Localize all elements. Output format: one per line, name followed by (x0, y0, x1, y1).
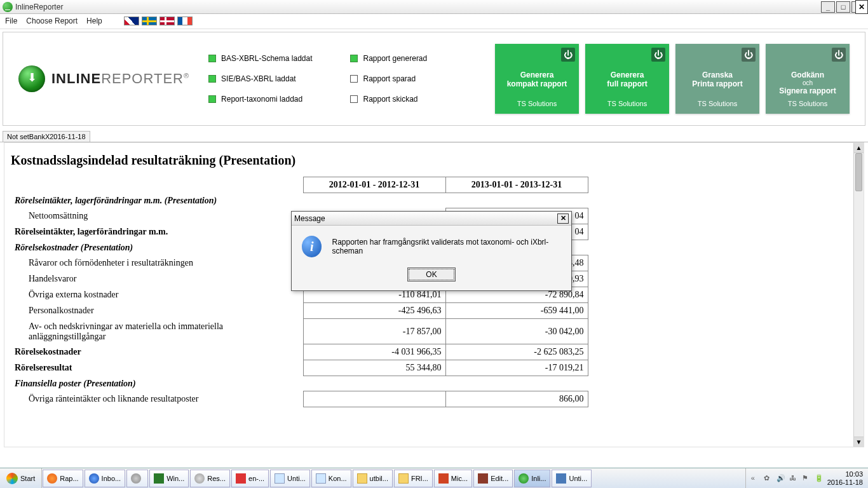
taskbar-item[interactable]: Kon... (311, 470, 351, 487)
scroll-up-icon[interactable]: ▲ (854, 143, 864, 153)
scroll-thumb[interactable] (855, 153, 862, 191)
status-label: Rapport skickad (363, 95, 417, 104)
table-row-label: Personalkostnader (11, 303, 303, 319)
taskbar-item[interactable]: utbil... (353, 470, 393, 487)
power-icon: ⏻ (651, 48, 665, 62)
tray-chevron-icon[interactable]: « (751, 474, 760, 483)
review-print-report-button[interactable]: ⏻ Granska Printa rapport TS Solutions (675, 44, 759, 114)
menu-file[interactable]: File (5, 17, 17, 25)
taskbar-item[interactable]: Mic... (434, 470, 472, 487)
taskbar-item[interactable]: FRI... (394, 470, 433, 487)
dialog-close-button[interactable]: ✕ (557, 214, 569, 224)
power-icon: ⏻ (742, 48, 756, 62)
dialog-title: Message (294, 214, 325, 223)
table-cell: -2 625 083,25 (445, 344, 588, 360)
scroll-down-icon[interactable]: ▼ (854, 437, 864, 447)
flag-se-icon[interactable] (142, 17, 157, 25)
message-dialog: Message ✕ i Rapporten har framgångsrikt … (291, 211, 572, 291)
app-icon (3, 2, 13, 12)
header-panel: INLINEREPORTER® BAS-XBRL-Schema laddat R… (3, 32, 865, 126)
taskbar-item[interactable]: Inbo... (85, 470, 126, 487)
status-label: SIE/BAS-XBRL laddat (221, 74, 296, 83)
taskbar-item[interactable]: Unti... (552, 470, 592, 487)
info-icon: i (302, 236, 322, 257)
taskbar-item[interactable]: Rap... (43, 470, 83, 487)
table-row-label: Handelsvaror (11, 271, 303, 287)
app-logo: INLINEREPORTER® (18, 65, 189, 92)
document-tab[interactable]: Not setBankX2016-11-18 (3, 131, 90, 142)
generate-compact-report-button[interactable]: ⏻ Generera kompakt rapport TS Solutions (495, 44, 579, 114)
table-row-label: Råvaror och förnödenheter i resultaträkn… (11, 255, 303, 271)
generate-full-report-button[interactable]: ⏻ Generera full rapport TS Solutions (585, 44, 669, 114)
table-row-label: Av- och nedskrivningar av materiella och… (11, 319, 303, 344)
powerpoint-icon (438, 473, 449, 484)
status-label: Rapport genererad (363, 54, 427, 63)
taskbar-item[interactable]: en-... (231, 470, 269, 487)
tray-network-icon[interactable]: 🖧 (789, 474, 798, 483)
tray-icon[interactable]: ⚑ (802, 474, 811, 483)
status-label: Report-taxonomi laddad (221, 95, 302, 104)
editor-icon (478, 473, 488, 484)
tray-battery-icon[interactable]: 🔋 (815, 474, 824, 483)
outer-close-button[interactable]: ✕ (855, 0, 868, 14)
taskbar-item[interactable]: Unti... (270, 470, 310, 487)
table-row-label: Nettoomsättning (11, 208, 303, 224)
status-label: BAS-XBRL-Schema laddat (221, 54, 312, 63)
table-row-label: Rörelseresultat (11, 360, 303, 376)
menu-choose-report[interactable]: Choose Report (26, 17, 78, 25)
report-content-area: Kostnadsslagsindelad resultaträkning (Pr… (4, 142, 864, 447)
logo-reg: ® (184, 72, 189, 79)
start-button[interactable]: Start (0, 468, 42, 488)
tray-icon[interactable]: ✿ (764, 474, 773, 483)
logo-text-bold: INLINE (51, 71, 101, 86)
period-header: 2012-01-01 - 2012-12-31 (303, 177, 445, 193)
status-check-icon (208, 75, 216, 83)
app-icon (556, 473, 566, 484)
table-row-label: Övriga ränteintäkter och liknande result… (11, 391, 303, 407)
report-title: Kostnadsslagsindelad resultaträkning (Pr… (11, 153, 861, 168)
firefox-icon (47, 473, 57, 484)
taskbar-item[interactable] (126, 470, 148, 487)
flag-no-icon[interactable] (159, 17, 175, 25)
table-cell: -30 042,00 (445, 319, 588, 344)
maximize-button[interactable]: □ (836, 1, 850, 13)
vertical-scrollbar[interactable]: ▲ ▼ (853, 143, 864, 447)
menu-help[interactable]: Help (86, 17, 102, 25)
thunderbird-icon (89, 473, 99, 484)
notepad-icon (316, 473, 326, 484)
table-row-label: Övriga externa kostnader (11, 287, 303, 303)
table-cell: -425 496,63 (303, 303, 445, 319)
window-titlebar: InlineReporter _ □ ✕ (0, 0, 868, 14)
status-grid: BAS-XBRL-Schema laddat Rapport genererad… (208, 54, 427, 104)
minimize-button[interactable]: _ (821, 1, 835, 13)
taskbar-item-active[interactable]: Inli... (514, 470, 550, 487)
status-check-icon (350, 95, 358, 103)
status-label: Rapport sparad (363, 74, 416, 83)
flag-fr-icon[interactable] (177, 17, 193, 25)
window-title: InlineReporter (15, 3, 821, 11)
notepad-icon (275, 473, 285, 484)
power-icon: ⏻ (561, 48, 575, 62)
taskbar-item[interactable]: Win... (149, 470, 189, 487)
app-icon (154, 473, 164, 484)
table-row-label: Rörelsekostnader (11, 344, 303, 360)
folder-icon (357, 473, 367, 484)
app-icon (131, 473, 141, 484)
taskbar-clock[interactable]: 10:03 2016-11-18 (827, 470, 863, 485)
taskbar-item[interactable]: Res... (190, 470, 230, 487)
tab-strip: Not setBankX2016-11-18 (0, 128, 868, 142)
dialog-message: Rapporten har framgångsrikt validerats m… (332, 238, 561, 255)
system-tray: « ✿ 🔊 🖧 ⚑ 🔋 10:03 2016-11-18 (745, 468, 868, 488)
pdf-icon (236, 473, 246, 484)
ok-button[interactable]: OK (407, 268, 456, 281)
taskbar-item[interactable]: Edit... (473, 470, 513, 487)
period-header: 2013-01-01 - 2013-12-31 (445, 177, 588, 193)
taskbar: Start Rap... Inbo... Win... Res... en-..… (0, 468, 868, 488)
approve-sign-report-button[interactable]: ⏻ Godkänn och Signera rapport TS Solutio… (766, 44, 850, 114)
logo-text-rest: REPORTER (101, 71, 184, 86)
inlinereporter-icon (519, 473, 529, 484)
flag-uk-icon[interactable] (124, 17, 139, 25)
table-row-label: Finansiella poster (Presentation) (11, 376, 303, 391)
tray-volume-icon[interactable]: 🔊 (776, 474, 785, 483)
menubar: File Choose Report Help (0, 14, 868, 28)
